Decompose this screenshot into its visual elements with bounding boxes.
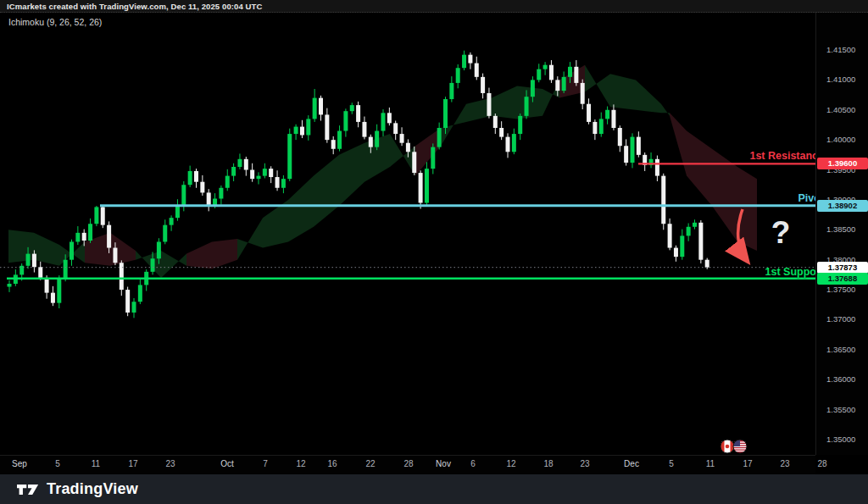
down-candle bbox=[113, 248, 117, 263]
up-candle bbox=[188, 171, 192, 185]
up-candle bbox=[687, 227, 691, 236]
time-tick-day: 12 bbox=[287, 459, 314, 468]
down-candle bbox=[593, 122, 597, 134]
up-candle bbox=[157, 241, 161, 258]
up-candle bbox=[343, 111, 348, 130]
down-candle bbox=[107, 225, 111, 248]
up-candle bbox=[350, 105, 354, 111]
up-candle bbox=[181, 185, 186, 206]
up-candle bbox=[57, 279, 61, 302]
down-candle bbox=[493, 116, 498, 128]
down-candle bbox=[244, 159, 248, 170]
last-price-badge: 1.37873 bbox=[817, 262, 868, 274]
up-candle bbox=[132, 302, 136, 313]
up-candle bbox=[381, 113, 386, 130]
cloud-segment bbox=[186, 241, 212, 269]
price-tick-label: 1.41000 bbox=[826, 75, 855, 84]
cloud-segment bbox=[661, 104, 670, 116]
time-tick-day: 5 bbox=[44, 459, 71, 468]
time-tick-month: Nov bbox=[430, 459, 457, 468]
time-tick-day: 16 bbox=[319, 459, 346, 468]
down-candle bbox=[419, 173, 423, 202]
up-candle bbox=[94, 207, 98, 224]
cloud-segment bbox=[517, 86, 542, 119]
up-candle bbox=[462, 55, 466, 69]
up-candle bbox=[437, 128, 442, 147]
down-candle bbox=[387, 113, 392, 123]
up-candle bbox=[456, 68, 460, 83]
price-tick-label: 1.41500 bbox=[826, 45, 855, 54]
down-candle bbox=[400, 134, 404, 143]
cloud-segment bbox=[34, 233, 59, 266]
up-candle bbox=[568, 67, 572, 77]
up-candle bbox=[599, 119, 604, 134]
down-candle bbox=[82, 233, 86, 241]
question-mark-annotation[interactable]: ? bbox=[768, 215, 793, 251]
price-axis[interactable]: 1.415001.410001.405001.400001.395001.390… bbox=[815, 13, 868, 455]
up-candle bbox=[26, 254, 31, 266]
down-candle bbox=[674, 248, 678, 258]
time-tick-day: 6 bbox=[459, 459, 487, 468]
down-candle bbox=[325, 114, 329, 140]
down-candle bbox=[499, 128, 504, 137]
time-tick-day: 23 bbox=[157, 459, 184, 468]
down-candle bbox=[475, 64, 479, 77]
cloud-segment bbox=[636, 80, 661, 113]
down-candle bbox=[300, 127, 304, 136]
up-candle bbox=[306, 119, 310, 135]
down-candle bbox=[655, 159, 659, 176]
up-candle bbox=[337, 131, 342, 149]
down-candle bbox=[331, 140, 336, 149]
up-candle bbox=[531, 80, 535, 97]
footer-bar: TradingView bbox=[0, 474, 868, 504]
down-candle bbox=[250, 170, 254, 180]
up-candle bbox=[170, 218, 174, 224]
price-tick-label: 1.35000 bbox=[826, 435, 855, 444]
up-candle bbox=[680, 235, 684, 257]
tradingview-brand-text[interactable]: TradingView bbox=[47, 480, 138, 498]
time-tick-month: Dec bbox=[618, 459, 645, 468]
time-tick-day: 11 bbox=[697, 459, 724, 468]
down-candle bbox=[581, 83, 585, 104]
pivot-price-badge: 1.38902 bbox=[817, 200, 868, 212]
time-tick-day: 28 bbox=[809, 459, 836, 468]
down-candle bbox=[319, 98, 323, 115]
cloud-segment bbox=[610, 74, 636, 109]
up-candle bbox=[512, 134, 516, 152]
down-candle bbox=[101, 207, 105, 224]
down-candle bbox=[468, 55, 472, 64]
chart-canvas[interactable] bbox=[0, 0, 868, 474]
down-candle bbox=[38, 267, 42, 278]
cloud-segment bbox=[263, 200, 288, 248]
price-tick-label: 1.40500 bbox=[826, 105, 855, 114]
up-candle bbox=[449, 83, 453, 99]
time-tick-day: 18 bbox=[535, 459, 562, 468]
cloud-segment bbox=[161, 251, 186, 278]
time-tick-month: Sep bbox=[6, 459, 33, 468]
time-axis[interactable]: Sep5111723Oct712162228Nov6121823Dec51117… bbox=[0, 455, 815, 474]
tradingview-logo-icon[interactable] bbox=[17, 481, 39, 498]
down-candle bbox=[194, 171, 198, 182]
resistance-label[interactable]: 1st Resistance bbox=[749, 150, 824, 162]
time-tick-day: 11 bbox=[82, 459, 109, 468]
price-tick-label: 1.40000 bbox=[826, 135, 855, 144]
down-candle bbox=[32, 254, 36, 268]
down-candle bbox=[487, 93, 491, 116]
cloud-segment bbox=[314, 155, 339, 227]
up-candle bbox=[88, 224, 92, 241]
down-candle bbox=[574, 67, 578, 83]
down-candle bbox=[45, 278, 49, 293]
up-candle bbox=[257, 176, 261, 180]
down-candle bbox=[200, 182, 204, 193]
up-candle bbox=[693, 223, 697, 227]
up-candle bbox=[64, 260, 68, 280]
time-tick-day: 17 bbox=[120, 459, 147, 468]
down-candle bbox=[356, 105, 360, 122]
up-candle bbox=[525, 97, 529, 116]
time-tick-day: 23 bbox=[571, 459, 598, 468]
cloud-segment bbox=[288, 176, 314, 242]
resistance-price-badge: 1.39600 bbox=[817, 158, 868, 169]
up-candle bbox=[219, 188, 223, 199]
down-candle bbox=[661, 176, 665, 224]
up-candle bbox=[75, 233, 80, 242]
